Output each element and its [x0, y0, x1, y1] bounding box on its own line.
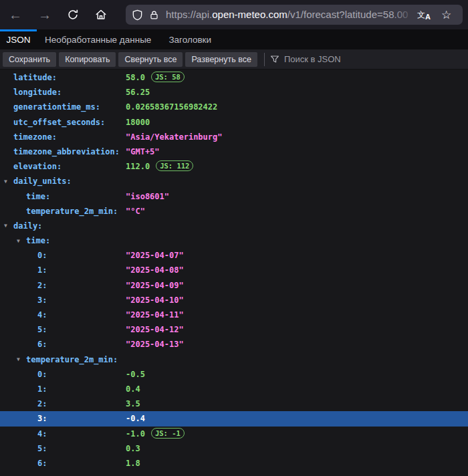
save-button[interactable]: Сохранить	[3, 52, 56, 67]
json-row-0[interactable]: 0:"2025-04-07"	[0, 248, 468, 263]
json-row-latitude[interactable]: latitude:58.0JS: 58	[0, 70, 468, 85]
json-value: 0.4	[126, 382, 140, 396]
collapse-triangle-icon[interactable]: ▼	[4, 174, 7, 189]
reload-icon	[67, 9, 79, 21]
bookmark-star-icon[interactable]: ☆	[441, 8, 451, 22]
json-key: 6:	[37, 456, 47, 471]
json-row-3[interactable]: 3:"2025-04-10"	[0, 293, 468, 308]
json-row-daily[interactable]: ▼daily:	[0, 219, 468, 233]
url-bar[interactable]: https://api.open-meteo.com/v1/forecast?l…	[126, 5, 463, 25]
json-row-5[interactable]: 5:"2025-04-12"	[0, 322, 468, 337]
lock-icon[interactable]	[149, 10, 159, 20]
json-value: "Asia/Yekaterinburg"	[126, 130, 223, 144]
json-row-timezone_abbreviation[interactable]: timezone_abbreviation:"GMT+5"	[0, 144, 468, 159]
active-tab-indicator	[0, 29, 37, 31]
json-value: 56.25	[126, 85, 150, 100]
home-icon	[95, 9, 107, 21]
json-key: daily_units:	[13, 174, 72, 189]
forward-arrow-icon: →	[38, 7, 51, 23]
json-key: time:	[26, 233, 50, 248]
json-key: generationtime_ms:	[13, 100, 100, 114]
json-key: 3:	[37, 293, 47, 308]
back-button[interactable]: ←	[4, 3, 27, 26]
json-row-2[interactable]: 2:"2025-04-09"	[0, 278, 468, 293]
json-row-0[interactable]: 0:-0.5	[0, 367, 468, 382]
json-value: "iso8601"	[126, 189, 169, 204]
json-row-time[interactable]: ▼time:	[0, 233, 468, 248]
json-row-6[interactable]: 6:"2025-04-13"	[0, 337, 468, 352]
url-fade-overlay	[392, 5, 415, 25]
json-row-temperature_2m_min[interactable]: ▼temperature_2m_min:	[0, 352, 468, 367]
json-value: "2025-04-12"	[126, 322, 184, 337]
json-row-1[interactable]: 1:"2025-04-08"	[0, 263, 468, 277]
json-value: -1.0JS: -1	[126, 427, 185, 441]
url-input[interactable]: https://api.open-meteo.com/v1/forecast?l…	[166, 5, 415, 25]
tab-raw-data[interactable]: Необработанные данные	[45, 29, 151, 49]
json-row-longitude[interactable]: longitude:56.25	[0, 85, 468, 100]
toolbar-separator	[264, 53, 265, 66]
json-row-daily_units[interactable]: ▼daily_units:	[0, 174, 468, 189]
json-row-time[interactable]: time:"iso8601"	[0, 189, 468, 204]
shield-icon[interactable]	[132, 9, 143, 21]
json-row-2[interactable]: 2:3.5	[0, 396, 468, 411]
json-key: 0:	[37, 367, 47, 382]
expand-all-button[interactable]: Развернуть все	[185, 52, 257, 67]
json-row-utc_offset_seconds[interactable]: utc_offset_seconds:18000	[0, 115, 468, 130]
json-key: timezone:	[13, 130, 57, 144]
json-value: 0.02658367156982422	[126, 100, 217, 114]
json-value: "2025-04-11"	[126, 308, 184, 322]
json-row-elevation[interactable]: elevation:112.0JS: 112	[0, 159, 468, 174]
json-value: -0.4	[126, 411, 145, 426]
json-search-input[interactable]	[284, 54, 418, 64]
json-key: 4:	[37, 427, 47, 441]
collapse-triangle-icon[interactable]: ▼	[17, 352, 20, 367]
collapse-all-button[interactable]: Свернуть все	[118, 52, 183, 67]
translate-icon[interactable]: 文A	[417, 9, 431, 21]
filter-icon	[270, 55, 279, 64]
json-row-1[interactable]: 1:0.4	[0, 382, 468, 396]
json-key: 5:	[37, 441, 47, 456]
json-value: "2025-04-08"	[126, 263, 184, 277]
json-key: timezone_abbreviation:	[13, 144, 120, 159]
json-value: 0.3	[126, 441, 140, 456]
json-viewer-toolbar: СохранитьКопироватьСвернуть всеРазвернут…	[0, 49, 468, 70]
json-value: "GMT+5"	[126, 144, 160, 159]
forward-button[interactable]: →	[33, 3, 56, 26]
json-row-4[interactable]: 4:"2025-04-11"	[0, 308, 468, 322]
json-viewer-tabbar: JSONНеобработанные данныеЗаголовки	[0, 29, 468, 49]
tab-json[interactable]: JSON	[0, 29, 37, 49]
json-row-3[interactable]: 3:-0.4	[0, 411, 468, 426]
home-button[interactable]	[90, 3, 112, 26]
json-key: temperature_2m_min:	[26, 352, 118, 367]
json-row-temperature_2m_min[interactable]: temperature_2m_min:"°C"	[0, 204, 468, 219]
json-value: "2025-04-10"	[126, 293, 184, 308]
json-key: 5:	[37, 322, 47, 337]
json-key: temperature_2m_min:	[26, 204, 118, 219]
json-key: longitude:	[13, 85, 62, 100]
json-value: 1.8	[126, 456, 140, 471]
json-row-6[interactable]: 6:1.8	[0, 456, 468, 471]
collapse-triangle-icon[interactable]: ▼	[17, 234, 20, 249]
collapse-triangle-icon[interactable]: ▼	[4, 219, 7, 233]
tab-headers[interactable]: Заголовки	[168, 29, 211, 49]
json-row-timezone[interactable]: timezone:"Asia/Yekaterinburg"	[0, 130, 468, 144]
json-value: 112.0JS: 112	[126, 159, 193, 174]
copy-button[interactable]: Копировать	[59, 52, 116, 67]
json-key: daily:	[13, 219, 42, 233]
json-row-4[interactable]: 4:-1.0JS: -1	[0, 427, 468, 441]
json-row-generationtime_ms[interactable]: generationtime_ms:0.02658367156982422	[0, 100, 468, 114]
json-value: "2025-04-09"	[126, 278, 184, 293]
json-value: 18000	[126, 115, 150, 130]
url-domain: open-meteo.com	[212, 9, 287, 20]
json-value: 58.0JS: 58	[126, 70, 185, 85]
json-key: 4:	[37, 308, 47, 322]
browser-toolbar: ← →	[0, 0, 468, 29]
json-key: 3:	[37, 411, 47, 426]
json-row-5[interactable]: 5:0.3	[0, 441, 468, 456]
js-value-badge: JS: -1	[151, 428, 185, 439]
json-key: time:	[26, 189, 50, 204]
reload-button[interactable]	[62, 3, 84, 26]
json-value: "2025-04-13"	[126, 337, 184, 352]
json-key: 2:	[37, 396, 47, 411]
json-value: "°C"	[126, 204, 145, 219]
